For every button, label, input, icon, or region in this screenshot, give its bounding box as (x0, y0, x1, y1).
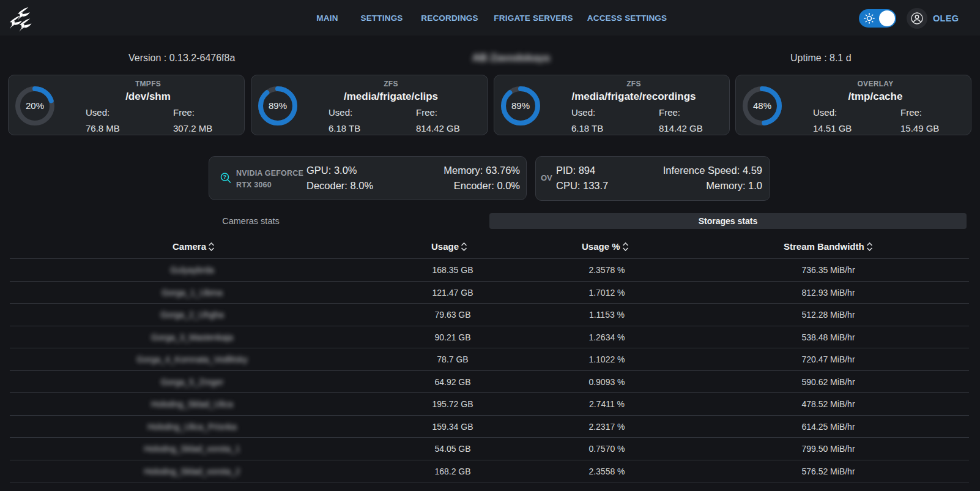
svg-text:?: ? (223, 173, 227, 180)
